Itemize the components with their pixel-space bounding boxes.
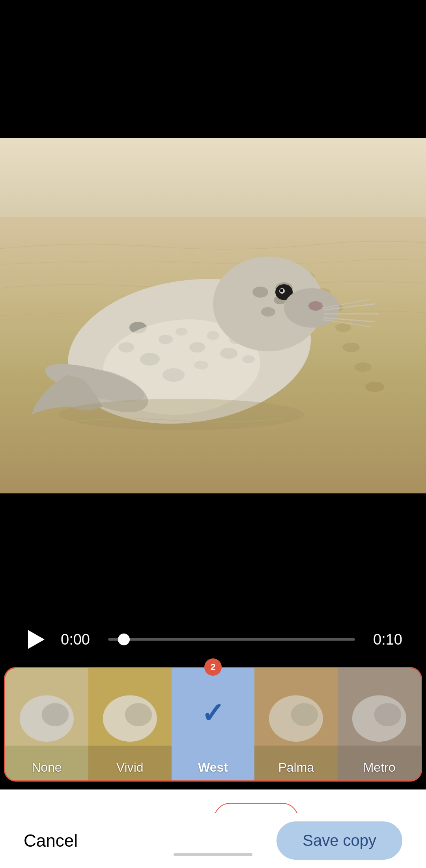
save-copy-button[interactable]: Save copy: [277, 821, 402, 860]
filter-palma[interactable]: Palma: [254, 668, 338, 780]
filter-west-label: West: [172, 760, 255, 775]
play-button[interactable]: [24, 627, 49, 652]
action-bar: Cancel Save copy: [0, 813, 426, 868]
scrubber-track[interactable]: [108, 638, 355, 641]
filter-none-label: None: [5, 760, 88, 775]
filmstrip-container: 2 None Vivid: [4, 667, 422, 782]
svg-rect-41: [0, 138, 426, 493]
svg-point-44: [42, 703, 69, 726]
time-total: 0:10: [367, 631, 402, 648]
seal-photo: [0, 138, 426, 493]
svg-point-57: [374, 703, 402, 726]
filmstrip-badge: 2: [204, 658, 222, 676]
svg-point-48: [125, 703, 152, 726]
filter-vivid-label: Vivid: [88, 760, 172, 775]
filter-none[interactable]: None: [5, 668, 88, 780]
black-top: [0, 0, 426, 138]
filter-vivid[interactable]: Vivid: [88, 668, 172, 780]
playback-controls: 0:00 0:10: [0, 620, 426, 659]
filter-palma-label: Palma: [254, 760, 338, 775]
home-indicator: [174, 853, 252, 856]
scrubber-thumb[interactable]: [118, 634, 130, 645]
filmstrip: None Vivid ✓ West: [4, 667, 422, 782]
filter-metro[interactable]: Metro: [338, 668, 421, 780]
cancel-button[interactable]: Cancel: [24, 831, 78, 851]
filter-west[interactable]: ✓ West: [172, 668, 255, 780]
west-checkmark: ✓: [201, 699, 224, 727]
svg-point-53: [291, 703, 318, 726]
time-current: 0:00: [61, 631, 96, 648]
filter-metro-label: Metro: [338, 760, 421, 775]
